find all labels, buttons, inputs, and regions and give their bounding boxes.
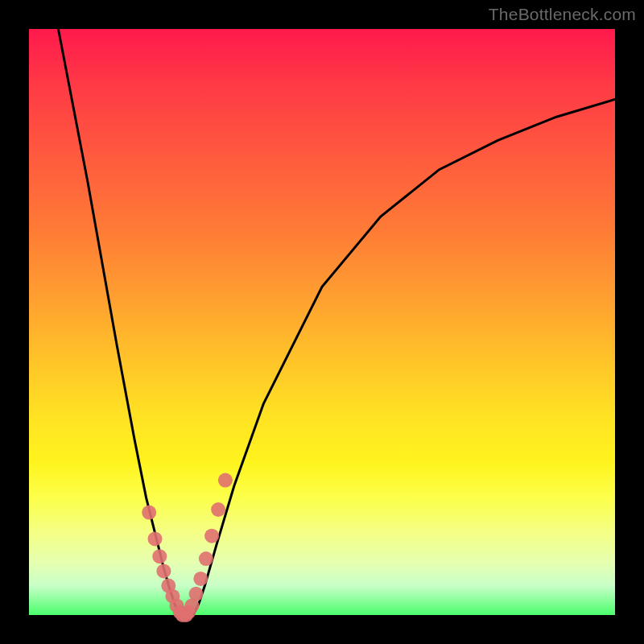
curve-right: [193, 99, 615, 615]
chart-frame: TheBottleneck.com: [0, 0, 644, 644]
data-marker: [142, 506, 156, 520]
chart-svg: [29, 29, 615, 615]
data-marker: [148, 531, 163, 546]
data-marker: [204, 529, 219, 543]
data-marker: [211, 502, 225, 517]
data-marker: [189, 587, 204, 601]
curve-left: [58, 29, 181, 615]
curve-right-branch: [193, 99, 615, 615]
data-marker: [152, 549, 167, 564]
data-marker: [218, 473, 233, 488]
watermark-label: TheBottleneck.com: [489, 5, 636, 24]
data-marker: [193, 572, 208, 586]
curve-left-branch: [58, 29, 181, 615]
chart-plot-area: [29, 29, 615, 615]
data-marker: [156, 564, 171, 578]
data-marker: [179, 608, 193, 622]
markers-group: [142, 473, 233, 622]
data-marker: [199, 551, 213, 566]
